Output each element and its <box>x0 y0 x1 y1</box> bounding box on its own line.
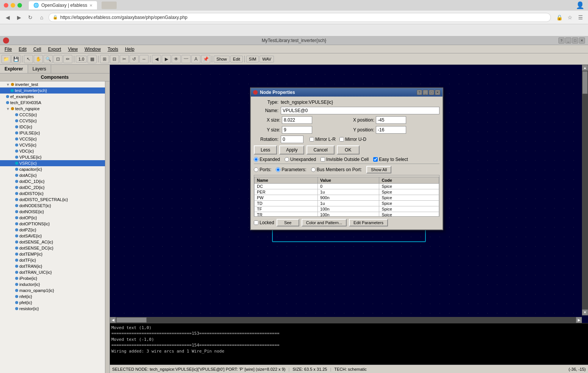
xsize-input[interactable] <box>282 116 312 124</box>
scroll-down-btn[interactable]: ▼ <box>582 309 588 315</box>
tree-item-dotop[interactable]: dotOP{ic} <box>0 215 105 221</box>
table-row[interactable]: DC0Spice <box>255 184 439 189</box>
tree-item-vccs[interactable]: VCCS{ic} <box>0 136 105 142</box>
parameters-radio[interactable] <box>276 167 280 172</box>
less-button[interactable]: Less <box>254 145 277 155</box>
toolbar-show-btn[interactable]: Show <box>214 56 230 62</box>
toolbar-grid-btn[interactable]: 1.0 <box>76 56 87 62</box>
tree-item-ef-examples[interactable]: ef_examples <box>0 94 105 100</box>
dialog-max-btn[interactable]: □ <box>429 90 434 95</box>
locked-checkbox[interactable] <box>254 220 258 225</box>
browser-bookmark-btn[interactable]: ☆ <box>565 13 574 22</box>
unexpanded-radio[interactable] <box>285 157 289 162</box>
menu-export[interactable]: Export <box>45 46 64 53</box>
tree-item-dotpz[interactable]: dotPZ{ic} <box>0 227 105 233</box>
app-close-btn[interactable]: ✕ <box>579 37 585 44</box>
tree-item[interactable]: ▼ inverter_test <box>0 81 105 87</box>
sidebar-scrollbar[interactable] <box>105 81 109 373</box>
table-row[interactable]: PER1uSpice <box>255 189 439 195</box>
tree-item-tech-ngspice[interactable]: ▼ tech_ngspice <box>0 106 105 112</box>
tree-item-dottf[interactable]: dotTF{ic} <box>0 257 105 263</box>
tree-item-vsrc[interactable]: VSRC{ic} <box>0 160 105 166</box>
app-help-btn[interactable]: ? <box>558 37 565 44</box>
tree-item-dotoptions[interactable]: dotOPTIONS{ic} <box>0 221 105 227</box>
toolbar-undo-btn[interactable]: ◀ <box>152 55 161 63</box>
tree-item-dotnodeset[interactable]: dotNODESET{ic} <box>0 203 105 209</box>
toolbar-redo-btn[interactable]: ▶ <box>162 55 171 63</box>
edit-parameters-button[interactable]: Edit Parameters <box>349 219 388 226</box>
color-pattern-button[interactable]: Color and Pattern... <box>302 219 347 226</box>
menu-edit[interactable]: Edit <box>16 46 30 53</box>
toolbar-pan-btn[interactable]: ✋ <box>34 55 43 63</box>
nav-back-btn[interactable]: ◀ <box>3 13 12 22</box>
tree-item-capacitor[interactable]: capacitor{ic} <box>0 166 105 172</box>
tree-item-dotdisto-spec[interactable]: dotDISTO_SPECTRAL{ic} <box>0 197 105 203</box>
nav-forward-btn[interactable]: ▶ <box>14 13 23 22</box>
toolbar-wav-btn[interactable]: WAV <box>260 56 274 62</box>
name-input[interactable] <box>281 107 439 114</box>
ypos-input[interactable] <box>376 126 406 134</box>
traffic-light-close[interactable] <box>4 3 8 8</box>
app-max-btn[interactable]: □ <box>572 37 578 44</box>
toolbar-edit-btn[interactable]: Edit <box>230 56 243 62</box>
app-min-btn[interactable]: _ <box>565 37 571 44</box>
browser-tab[interactable]: 🌐 OpenGalaxy | efabless ✕ <box>29 1 97 9</box>
tree-item-tech-efxh035a[interactable]: tech_EFXH035A <box>0 100 105 106</box>
nav-home-btn[interactable]: ⌂ <box>37 13 46 22</box>
table-row[interactable]: TF100nSpice <box>255 206 439 212</box>
table-row[interactable]: TD1uSpice <box>255 201 439 206</box>
toolbar-eye-btn[interactable]: 👁 <box>172 55 181 63</box>
tree-item-dotdc2d[interactable]: dotDC_2D{ic} <box>0 184 105 190</box>
bottom-scrollbar[interactable]: ◀ ▶ <box>110 317 582 323</box>
canvas-area[interactable]: + ~ VSRC VPULSE V1=0 <box>110 65 588 323</box>
node-properties-dialog[interactable]: Node Properties ? _ □ ✕ <box>250 87 443 230</box>
tree-item-cccs[interactable]: CCCS{ic} <box>0 112 105 118</box>
mirror-ud-checkbox[interactable] <box>339 137 344 142</box>
sidebar-content[interactable]: ▼ inverter_test test_inverter{sch} ef_ex… <box>0 81 105 373</box>
tree-item-dottran[interactable]: dotTRAN{ic} <box>0 263 105 269</box>
address-bar[interactable]: 🔒 https://efappdev.efabless.com/galaxyba… <box>48 13 551 22</box>
tree-item-dotsensedc[interactable]: dotSENSE_DC{ic} <box>0 245 105 251</box>
tree-item-dottemp[interactable]: dotTEMP{ic} <box>0 251 105 257</box>
tree-item-test-inverter[interactable]: test_inverter{sch} <box>0 87 105 94</box>
tree-item-nfet[interactable]: nfet{ic} <box>0 293 105 300</box>
browser-extensions-btn[interactable]: 🔒 <box>555 13 564 22</box>
tree-item-dotdisto[interactable]: dotDISTO{ic} <box>0 190 105 197</box>
toolbar-save-btn[interactable]: 💾 <box>11 55 20 63</box>
menu-tools[interactable]: Tools <box>105 46 121 53</box>
scroll-htrack[interactable] <box>116 317 576 323</box>
toolbar-grid2-btn[interactable]: ▦ <box>88 55 97 63</box>
tree-item-dotdc1d[interactable]: dotDC_1D{ic} <box>0 178 105 184</box>
easy-select-checkbox[interactable] <box>373 157 378 162</box>
toolbar-rotate-btn[interactable]: ↺ <box>130 55 139 63</box>
tree-item-ipulse[interactable]: IPULSE{ic} <box>0 130 105 136</box>
menu-help[interactable]: Help <box>122 46 138 53</box>
scroll-hthumb[interactable] <box>116 317 147 323</box>
nav-refresh-btn[interactable]: ↻ <box>26 13 35 22</box>
tree-item-opamp[interactable]: macro_opamp1{ic} <box>0 287 105 293</box>
traffic-light-maximize[interactable] <box>17 3 22 8</box>
ports-radio[interactable] <box>254 167 258 172</box>
dialog-close-btn[interactable]: ✕ <box>435 90 440 95</box>
param-table-container[interactable]: Name Value Code DC0SpicePER1uSpicePW900n… <box>254 175 439 217</box>
menu-file[interactable]: File <box>2 46 15 53</box>
tree-item-resistor[interactable]: resistor{ic} <box>0 306 105 312</box>
toolbar-pin-btn[interactable]: 📌 <box>201 55 210 63</box>
expanded-radio[interactable] <box>254 157 258 162</box>
tree-item-dotsenseac[interactable]: dotSENSE_AC{ic} <box>0 239 105 245</box>
scroll-right-btn[interactable]: ▶ <box>576 317 582 323</box>
tree-item-pfet[interactable]: pfet{ic} <box>0 300 105 306</box>
xpos-input[interactable] <box>376 116 406 124</box>
toolbar-sim-btn[interactable]: SIM <box>246 56 259 62</box>
toolbar-copy-btn[interactable]: ⊟ <box>110 55 119 63</box>
toolbar-label-btn[interactable]: A <box>191 55 200 63</box>
toolbar-move-btn[interactable]: ⊞ <box>100 55 109 63</box>
toolbar-open-btn[interactable]: 📁 <box>2 55 11 63</box>
tree-item-vpulse[interactable]: VPULSE{ic} <box>0 154 105 160</box>
sidebar-tab-layers[interactable]: Layers <box>28 65 51 73</box>
mirror-lr-checkbox[interactable] <box>310 137 314 142</box>
tree-item-ccvs[interactable]: CCVS{ic} <box>0 118 105 124</box>
toolbar-del-btn[interactable]: ✂ <box>120 55 129 63</box>
menu-cell[interactable]: Cell <box>30 46 44 53</box>
tree-item-iprobe[interactable]: iProbe{ic} <box>0 275 105 281</box>
